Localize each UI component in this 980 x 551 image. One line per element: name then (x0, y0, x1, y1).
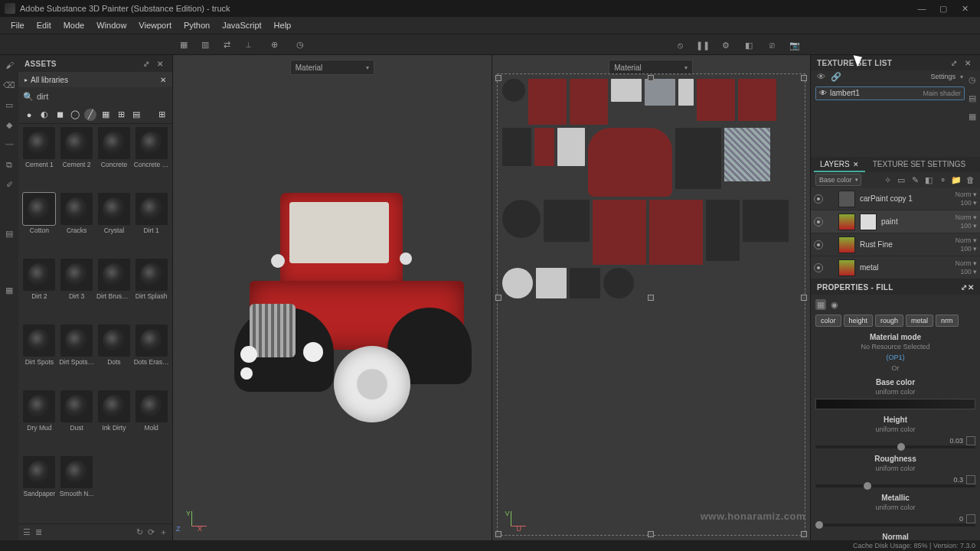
tsl-eye-icon[interactable]: 👁 (815, 71, 826, 82)
menu-javascript[interactable]: JavaScript (216, 21, 267, 30)
resource-icon[interactable]: ▤ (2, 227, 16, 240)
layer-row[interactable]: paint Norm ▾100 ▾ (811, 210, 980, 233)
layer-blend[interactable]: Norm ▾100 ▾ (956, 259, 977, 275)
view-3d-only-icon[interactable]: ▦ (175, 35, 193, 54)
eraser-tool-icon[interactable]: ⌫ (2, 78, 16, 92)
bake-icon[interactable]: ◷ (291, 35, 309, 54)
uv-handle[interactable] (648, 295, 654, 301)
tsl-detach-icon[interactable]: ⤢ (948, 57, 960, 69)
layer-blend[interactable]: Norm ▾100 ▾ (956, 214, 977, 229)
footer-tree-icon[interactable]: ☰ (23, 527, 31, 537)
filter-env-icon[interactable]: ▦ (100, 109, 112, 121)
filter-materials-icon[interactable]: ● (23, 109, 35, 121)
asset-item[interactable]: Dirt 1 (133, 193, 169, 257)
asset-item[interactable]: Dirt Brushed (96, 259, 132, 323)
tab-texture-settings[interactable]: TEXTURE SET SETTINGS (867, 158, 972, 172)
material-dropdown-3d[interactable]: Material (290, 60, 374, 75)
metallic-slider[interactable] (815, 523, 975, 527)
screenshot-icon[interactable]: 📷 (786, 36, 804, 54)
add-view-icon[interactable]: ⊕ (265, 35, 283, 54)
polyfill-tool-icon[interactable]: ◆ (2, 118, 16, 132)
tsl-close-icon[interactable]: ✕ (962, 57, 974, 69)
filter-textures-icon[interactable]: ╱ (84, 109, 96, 121)
minimize-button[interactable]: — (911, 0, 933, 17)
asset-item[interactable]: Dirt Splash (133, 259, 169, 323)
footer-list-icon[interactable]: ≣ (35, 527, 42, 537)
fill-icon[interactable]: ▦ (815, 299, 826, 310)
asset-item[interactable]: Crystal (96, 193, 132, 257)
uv-handle[interactable] (801, 531, 807, 537)
tex-icon[interactable]: ▦ (966, 110, 978, 122)
add-folder-icon[interactable]: 📁 (951, 174, 962, 185)
layer-row[interactable]: metal Norm ▾100 ▾ (811, 256, 980, 279)
asset-item[interactable]: Dry Mud (21, 390, 57, 455)
footer-add-icon[interactable]: ＋ (159, 527, 168, 538)
menu-mode[interactable]: Mode (57, 21, 91, 30)
uv-handle[interactable] (495, 531, 501, 537)
asset-item[interactable]: Concrete (96, 127, 132, 191)
tsl-link-icon[interactable]: 🔗 (831, 71, 841, 82)
camera-icon[interactable]: ⎚ (763, 36, 781, 54)
material-picker-icon[interactable]: ✐ (2, 178, 16, 191)
channel-chip[interactable]: color (815, 315, 841, 327)
perspective-icon[interactable]: ⟂ (239, 35, 257, 54)
roughness-slider[interactable] (815, 484, 975, 487)
menu-file[interactable]: File (5, 21, 31, 30)
close-button[interactable]: ✕ (954, 0, 975, 17)
channel-chip[interactable]: metal (906, 315, 933, 327)
close-tab-icon[interactable]: ✕ (853, 161, 859, 168)
uv-handle[interactable] (801, 75, 807, 81)
menu-window[interactable]: Window (90, 21, 132, 30)
asset-item[interactable]: Ink Dirty (96, 390, 132, 455)
layer-blend[interactable]: Norm ▾100 ▾ (956, 191, 977, 206)
view-2d-only-icon[interactable]: ⇄ (217, 35, 236, 54)
channel-chip[interactable]: rough (875, 315, 903, 327)
menu-python[interactable]: Python (178, 21, 216, 30)
asset-item[interactable]: Sandpaper (21, 456, 57, 520)
maximize-button[interactable]: ▢ (933, 0, 954, 17)
library-row[interactable]: ▸ All libraries ✕ (18, 72, 172, 87)
clone-tool-icon[interactable]: ⧉ (2, 158, 16, 171)
base-color-swatch[interactable] (815, 399, 975, 409)
smudge-tool-icon[interactable]: 〰 (2, 138, 16, 152)
detach-icon[interactable]: ⤢ (140, 57, 152, 70)
visibility-icon[interactable] (814, 240, 823, 249)
layer-row[interactable]: carPaint copy 1 Norm ▾100 ▾ (811, 187, 980, 210)
asset-item[interactable]: Dust (59, 390, 95, 455)
asset-item[interactable]: Smooth N... (59, 456, 95, 520)
asset-item[interactable]: Cement 1 (21, 127, 57, 191)
asset-item[interactable]: Mold (133, 390, 169, 455)
projection-icon[interactable]: ◉ (829, 299, 840, 310)
menu-help[interactable]: Help (268, 21, 298, 30)
asset-item[interactable]: Cement 2 (59, 127, 95, 191)
history-icon[interactable]: ◷ (966, 73, 978, 86)
channel-dropdown[interactable]: Base color (815, 174, 861, 186)
filter-alphas-icon[interactable]: ◯ (69, 109, 81, 121)
add-fill-icon[interactable]: ✎ (910, 174, 920, 185)
hide-icon[interactable]: ⦸ (671, 36, 689, 54)
footer-pin-icon[interactable]: ⟳ (148, 527, 155, 537)
add-paint-icon[interactable]: ◧ (923, 174, 934, 185)
menu-viewport[interactable]: Viewport (132, 21, 178, 30)
visibility-icon[interactable] (814, 263, 823, 272)
visibility-icon[interactable] (814, 194, 823, 204)
uv-handle[interactable] (801, 295, 807, 301)
shelf-icon[interactable]: ▦ (2, 283, 16, 297)
uv-handle[interactable] (495, 75, 501, 81)
brush-tool-icon[interactable]: 🖌 (2, 58, 16, 72)
filter-masks-icon[interactable]: ◼ (54, 109, 66, 121)
asset-item[interactable]: Dirt Spots (21, 324, 57, 389)
props-close-icon[interactable]: ✕ (968, 283, 974, 292)
asset-grid[interactable]: Cement 1Cement 2ConcreteConcrete L...Cot… (18, 124, 172, 523)
log-icon[interactable]: ▤ (966, 92, 978, 104)
pause-icon[interactable]: ❚❚ (694, 36, 712, 54)
uv-handle[interactable] (648, 75, 654, 81)
channel-chip[interactable]: nrm (936, 315, 959, 327)
asset-item[interactable]: Dots Erased (133, 324, 169, 389)
render-settings-icon[interactable]: ⚙ (717, 36, 735, 54)
layer-blend[interactable]: Norm ▾100 ▾ (956, 236, 977, 252)
iray-icon[interactable]: ◧ (740, 36, 758, 54)
uv-handle[interactable] (495, 295, 501, 301)
asset-item[interactable]: Cracks (59, 193, 95, 257)
channel-chip[interactable]: height (844, 315, 874, 327)
